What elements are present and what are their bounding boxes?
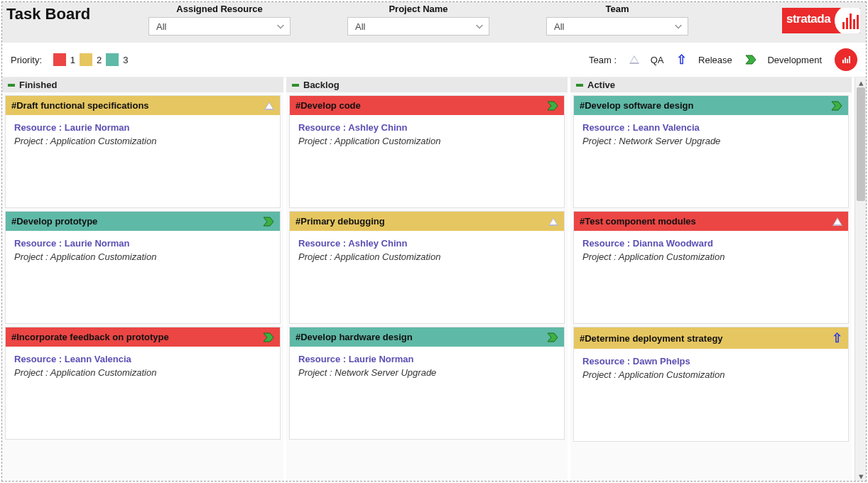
- chevron-right-icon: [547, 101, 558, 111]
- page-title: Task Board: [6, 4, 134, 23]
- priority-swatch-1: [53, 53, 66, 66]
- card-resource: Resource : Ashley Chinn: [298, 122, 557, 133]
- card-header: #Draft functional specifications: [6, 96, 280, 115]
- card-resource: Resource : Laurie Norman: [14, 238, 273, 249]
- triangle-icon: [832, 217, 842, 226]
- brand-name: stratada: [786, 12, 830, 26]
- card-project: Project : Application Customization: [298, 136, 557, 146]
- brand-badge-icon: [835, 48, 857, 71]
- card-resource: Resource : Ashley Chinn: [298, 238, 557, 249]
- filter-label: Team: [606, 4, 629, 14]
- priority-num: 1: [70, 55, 75, 65]
- card-header: #Develop hardware design: [290, 327, 564, 347]
- task-card[interactable]: #Incorporate feedback on prototypeResour…: [5, 327, 281, 440]
- column-header[interactable]: Backlog: [286, 77, 568, 92]
- card-header: #Develop software design: [574, 96, 848, 115]
- chevron-down-icon: [673, 21, 683, 31]
- column-header[interactable]: Active: [570, 77, 852, 92]
- filter-value: All: [554, 21, 564, 32]
- card-header: #Incorporate feedback on prototype: [6, 327, 280, 347]
- header-bar: Task Board Assigned Resource All Project…: [2, 2, 866, 43]
- card-body: Resource : Laurie NormanProject : Applic…: [6, 115, 280, 207]
- filter-select-team[interactable]: All: [546, 17, 688, 36]
- task-card[interactable]: #Draft functional specificationsResource…: [5, 95, 281, 208]
- filter-select-assigned-resource[interactable]: All: [148, 17, 291, 36]
- priority-swatch-3: [106, 53, 119, 66]
- card-header: #Develop prototype: [6, 212, 280, 231]
- triangle-icon: [264, 102, 274, 110]
- card-title: #Develop hardware design: [295, 332, 413, 342]
- card-project: Project : Application Customization: [582, 369, 841, 380]
- brand-logo: stratada: [782, 4, 860, 33]
- app-frame: Task Board Assigned Resource All Project…: [1, 1, 867, 482]
- task-card[interactable]: #Determine deployment strategy⇧Resource …: [573, 327, 849, 442]
- board-area: Finished#Draft functional specifications…: [2, 77, 866, 481]
- chevron-right-icon: [745, 55, 756, 65]
- card-body: Resource : Dawn PhelpsProject : Applicat…: [574, 349, 848, 441]
- card-body: Resource : Ashley ChinnProject : Applica…: [290, 115, 564, 207]
- arrow-up-icon: ⇧: [676, 53, 687, 66]
- priority-legend: Priority: 1 2 3: [11, 53, 128, 66]
- card-title: #Draft functional specifications: [11, 100, 149, 111]
- task-card[interactable]: #Develop prototypeResource : Laurie Norm…: [5, 211, 281, 324]
- card-resource: Resource : Leann Valencia: [582, 122, 841, 133]
- scroll-down-icon[interactable]: ▾: [855, 471, 866, 481]
- chevron-down-icon: [474, 21, 484, 31]
- task-card[interactable]: #Develop hardware designResource : Lauri…: [289, 327, 565, 440]
- task-card[interactable]: #Develop software designResource : Leann…: [573, 95, 849, 208]
- triangle-icon: [548, 217, 558, 226]
- legend-row: Priority: 1 2 3 Team : QA ⇧ Release Deve…: [2, 43, 866, 77]
- column-title: Backlog: [303, 80, 340, 90]
- card-title: #Develop prototype: [11, 216, 97, 227]
- collapse-icon[interactable]: [8, 84, 15, 87]
- scroll-up-icon[interactable]: ▴: [855, 77, 866, 87]
- team-legend: Team : QA ⇧ Release Development: [589, 48, 857, 71]
- priority-num: 3: [123, 55, 128, 65]
- card-resource: Resource : Leann Valencia: [14, 354, 273, 364]
- chevron-right-icon: [547, 332, 558, 342]
- card-project: Project : Application Customization: [14, 367, 273, 378]
- column-title: Active: [587, 80, 615, 90]
- priority-swatch-2: [80, 53, 92, 66]
- chevron-right-icon: [263, 217, 274, 227]
- card-header: #Primary debugging: [290, 212, 564, 231]
- collapse-icon[interactable]: [576, 84, 583, 87]
- board-column: Active#Develop software designResource :…: [570, 77, 855, 481]
- task-board[interactable]: Finished#Draft functional specifications…: [2, 77, 855, 481]
- filter-team: Team All: [546, 4, 688, 36]
- card-header: #Determine deployment strategy⇧: [574, 327, 848, 349]
- card-resource: Resource : Laurie Norman: [14, 122, 273, 133]
- card-body: Resource : Dianna WoodwardProject : Appl…: [574, 231, 848, 323]
- team-name: Release: [698, 55, 732, 65]
- filter-project-name: Project Name All: [347, 4, 489, 36]
- board-column: Finished#Draft functional specifications…: [2, 77, 286, 481]
- filter-select-project-name[interactable]: All: [347, 17, 489, 36]
- column-title: Finished: [19, 80, 57, 90]
- card-resource: Resource : Dawn Phelps: [582, 356, 841, 367]
- card-body: Resource : Laurie NormanProject : Networ…: [290, 347, 564, 439]
- column-header[interactable]: Finished: [2, 77, 283, 92]
- collapse-icon[interactable]: [292, 84, 299, 87]
- chevron-right-icon: [831, 101, 842, 111]
- team-name: Development: [767, 55, 822, 65]
- filter-group: Assigned Resource All Project Name All T…: [148, 4, 768, 36]
- task-card[interactable]: #Develop codeResource : Ashley ChinnProj…: [289, 95, 565, 208]
- card-resource: Resource : Laurie Norman: [298, 354, 557, 364]
- priority-num: 2: [97, 55, 102, 65]
- card-header: #Test component modules: [574, 212, 848, 231]
- task-card[interactable]: #Test component modulesResource : Dianna…: [573, 211, 849, 324]
- card-project: Project : Application Customization: [14, 136, 273, 146]
- card-body: Resource : Leann ValenciaProject : Netwo…: [574, 115, 848, 207]
- filter-value: All: [355, 21, 365, 32]
- card-title: #Incorporate feedback on prototype: [11, 332, 169, 342]
- vertical-scrollbar[interactable]: ▴ ▾: [855, 77, 866, 481]
- card-title: #Determine deployment strategy: [580, 333, 723, 344]
- task-card[interactable]: #Primary debuggingResource : Ashley Chin…: [289, 211, 565, 324]
- chevron-down-icon: [276, 21, 286, 31]
- triangle-icon: [629, 55, 639, 64]
- filter-assigned-resource: Assigned Resource All: [148, 4, 291, 36]
- scroll-thumb[interactable]: [857, 87, 865, 201]
- card-header: #Develop code: [290, 96, 564, 115]
- card-body: Resource : Ashley ChinnProject : Applica…: [290, 231, 564, 323]
- filter-label: Project Name: [389, 4, 447, 14]
